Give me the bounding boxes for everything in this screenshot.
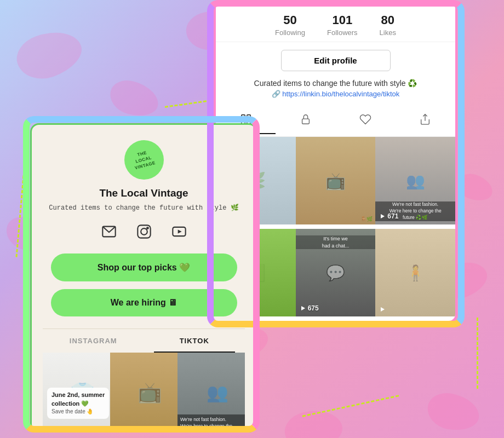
video-cell-3[interactable]: 👥 We're not fast fashion.We're here to c… [375, 137, 455, 224]
tab-liked[interactable] [336, 108, 396, 134]
likes-label: Likes [380, 28, 396, 37]
tab-lock[interactable] [276, 108, 335, 134]
linktree-profile-card: THE LOCAL VINTAGE The Local Vintage Cura… [30, 123, 257, 433]
shop-button[interactable]: Shop our top picks 💚 [51, 253, 237, 281]
likes-count: 80 [380, 13, 396, 27]
tiktok-link[interactable]: 🔗 https://linkin.bio/thelocalvintage/tik… [216, 90, 455, 106]
svg-point-11 [141, 228, 147, 235]
youtube-icon-button[interactable] [169, 222, 189, 241]
tab-share[interactable] [396, 108, 455, 134]
tab-tiktok[interactable]: TIKTOK [144, 329, 245, 353]
svg-rect-10 [138, 225, 150, 238]
video-cell-2[interactable]: 📺 🪑🌿 [296, 137, 376, 224]
svg-rect-1 [247, 115, 250, 118]
profile-name: The Local Vintage [99, 187, 188, 199]
play-icon-6 [380, 307, 385, 312]
svg-marker-8 [381, 307, 385, 312]
followers-stat: 101 Followers [327, 13, 358, 37]
dashed-line-4 [477, 318, 478, 389]
edit-profile-button[interactable]: Edit profile [281, 50, 391, 71]
social-icons-row [99, 222, 189, 241]
following-stat: 50 Following [275, 13, 305, 37]
play-icon-3: 671 [380, 212, 398, 220]
grid-cell-people[interactable]: 👥 We're not fast fashion.We're here to c… [177, 353, 245, 431]
profile-logo: THE LOCAL VINTAGE [124, 140, 164, 180]
hiring-button[interactable]: We are hiring 🖥 [51, 289, 237, 316]
svg-point-12 [147, 227, 148, 229]
following-label: Following [275, 28, 305, 37]
instagram-icon-button[interactable] [134, 222, 154, 241]
svg-rect-0 [241, 115, 244, 118]
stats-row: 50 Following 101 Followers 80 Likes [216, 2, 455, 42]
logo-text: THE LOCAL VINTAGE [131, 148, 157, 171]
following-count: 50 [275, 13, 305, 27]
tab-instagram[interactable]: INSTAGRAM [43, 329, 144, 353]
svg-rect-4 [302, 119, 309, 124]
content-tabs: INSTAGRAM TIKTOK [43, 328, 245, 353]
video-cell-5[interactable]: 💬 It's time wehad a chat... 675 [296, 229, 376, 316]
followers-count: 101 [327, 13, 358, 27]
play-icon-5: 675 [300, 304, 319, 312]
video-cell-6[interactable]: 🧍 [375, 229, 455, 316]
likes-stat: 80 Likes [380, 13, 396, 37]
email-icon-button[interactable] [99, 222, 119, 241]
followers-label: Followers [327, 28, 358, 37]
tiktok-bio: Curated items to change the future with … [216, 79, 455, 90]
svg-marker-6 [381, 214, 385, 218]
profile-bio: Curated items to change the future with … [49, 204, 238, 212]
svg-marker-7 [301, 306, 305, 310]
svg-marker-14 [177, 230, 181, 234]
content-grid: 👕 June 2nd, summercollection 💚 Save the … [43, 353, 245, 431]
date-overlay: June 2nd, summercollection 💚 Save the da… [47, 388, 109, 419]
